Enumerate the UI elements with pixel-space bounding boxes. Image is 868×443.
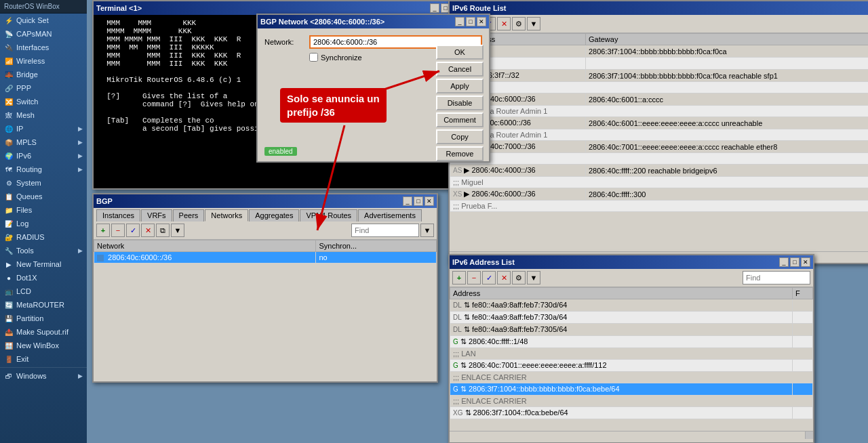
ipv6-addr-maximize-btn[interactable]: □ [790, 257, 800, 267]
addr-h-scrollbar-track[interactable] [450, 431, 805, 439]
table-row[interactable]: G ⇅ 2806:40c:ffff::1/48 [450, 336, 813, 348]
sidebar-item-routing[interactable]: 🗺 Routing ▶ [0, 163, 87, 176]
tab-aggregates[interactable]: Aggregates [249, 209, 299, 222]
sidebar-item-files[interactable]: 📁 Files [0, 203, 87, 217]
sidebar-item-interfaces[interactable]: 🔌 Interfaces [0, 41, 87, 54]
sidebar-item-supout[interactable]: 📤 Make Supout.rif [0, 325, 87, 339]
sidebar-item-label: IP [16, 125, 23, 133]
ipv6-addr-search-input[interactable] [743, 271, 810, 284]
bgp-net-maximize-btn[interactable]: □ [466, 17, 475, 26]
cell-comment: ;;; ENLACE CARRIER [450, 396, 813, 407]
table-row[interactable]: DAb ▶ ::/0 [450, 58, 869, 70]
sidebar-item-quickset[interactable]: ⚡ Quick Set [0, 14, 87, 27]
bgp-copy-btn[interactable]: ⧉ [156, 224, 170, 237]
ok-button[interactable]: OK [436, 45, 484, 60]
table-row[interactable]: XS ▶ ::/0 2806:3f7:1004::bbbb:bbbb:bbbb:… [450, 45, 869, 58]
bgp-check-btn[interactable]: ✓ [126, 224, 140, 237]
sidebar-item-mesh[interactable]: 🕸 Mesh [0, 108, 87, 122]
sidebar-item-capsman[interactable]: 📡 CAPsMAN [0, 27, 87, 41]
supout-icon: 📤 [4, 327, 14, 337]
sidebar-item-ipv6[interactable]: 🌍 IPv6 ▶ [0, 149, 87, 163]
table-row[interactable]: 2806:40c:6000::/36 no [94, 252, 437, 263]
tab-instances[interactable]: Instances [96, 209, 140, 222]
table-row[interactable]: DL ⇅ fe80::4aa9:8aff:feb7:730a/64 [450, 312, 813, 324]
bgp-maximize-btn[interactable]: □ [414, 196, 423, 206]
terminal-minimize-btn[interactable]: _ [430, 3, 439, 13]
apply-button[interactable]: Apply [436, 79, 484, 93]
sidebar-item-dot1x[interactable]: ● Dot1X [0, 271, 87, 284]
sidebar-item-switch[interactable]: 🔀 Switch [0, 95, 87, 108]
row-icon [97, 255, 104, 261]
cancel-button[interactable]: Cancel [436, 62, 484, 77]
sidebar-item-partition[interactable]: 💾 Partition [0, 312, 87, 325]
sidebar-item-radius[interactable]: 🔐 RADIUS [0, 230, 87, 244]
bgp-minimize-btn[interactable]: _ [403, 196, 412, 206]
copy-button[interactable]: Copy [436, 129, 484, 144]
ipv6-addr-remove-btn[interactable]: − [467, 271, 481, 284]
bgp-remove-btn[interactable]: − [111, 224, 125, 237]
tab-advertisements[interactable]: Advertisements [358, 209, 422, 222]
sidebar-item-wireless[interactable]: 📶 Wireless [0, 54, 87, 68]
sidebar-item-queues[interactable]: 📋 Queues [0, 190, 87, 203]
ipv6-route-x-btn[interactable]: ✕ [497, 17, 511, 30]
tab-vpn4routes[interactable]: VPN4 Routes [300, 209, 357, 222]
ipv6-addr-scrollbar[interactable] [450, 431, 813, 439]
sidebar-item-system[interactable]: ⚙ System [0, 176, 87, 190]
ipv6-addr-titlebar: IPv6 Address List _ □ ✕ [450, 255, 813, 269]
ipv6-addr-minimize-btn[interactable]: _ [779, 257, 789, 267]
sidebar-item-tools[interactable]: 🔧 Tools ▶ [0, 244, 87, 257]
remove-button[interactable]: Remove [436, 146, 484, 161]
table-row[interactable]: AS ▶ 2806:40c:6000::/36 2806:40c:6001::a… [450, 93, 869, 106]
table-row[interactable]: DAb ▶ 2806:3f7::/32 2806:3f7:1004::bbbb:… [450, 70, 869, 82]
sidebar-item-ppp[interactable]: 🔗 PPP [0, 81, 87, 95]
sidebar-item-log[interactable]: 📝 Log [0, 217, 87, 230]
sidebar-item-bridge[interactable]: 🌉 Bridge [0, 68, 87, 81]
sidebar-item-new-winbox[interactable]: 🪟 New WinBox [0, 339, 87, 352]
cell-addr: XG ⇅ 2806:3f7:1004::f0ca:bebe/64 [450, 407, 793, 419]
bgp-add-btn[interactable]: + [96, 224, 110, 237]
table-row[interactable]: G ⇅ 2806:40c:7001::eeee:eeee:eeee:a:ffff… [450, 360, 813, 372]
ipv6-route-filter-btn[interactable]: ▼ [527, 17, 540, 30]
bgp-filter-btn[interactable]: ▼ [171, 224, 184, 237]
table-row[interactable]: S ▶ 2806:40c:6000::/36 2806:40c:6001::ee… [450, 117, 869, 129]
bgp-search-btn[interactable]: ▼ [420, 224, 434, 237]
table-row[interactable]: AS ▶ 2806:40c:4000::/36 2806:40c:ffff::2… [450, 165, 869, 177]
windows-arrow: ▶ [78, 373, 83, 379]
table-row[interactable]: XG ⇅ 2806:3f7:1004::f0ca:bebe/64 [450, 407, 813, 419]
sidebar-item-mpls[interactable]: 📦 MPLS ▶ [0, 135, 87, 149]
bgp-search-input[interactable] [351, 224, 419, 237]
ipv6-addr-x-btn[interactable]: ✕ [497, 271, 511, 284]
synchronize-checkbox[interactable] [309, 53, 318, 62]
table-row[interactable]: AS ▶ 2806:40c:7000::/36 2806:40c:7001::e… [450, 141, 869, 153]
sidebar-item-metarouter[interactable]: 🔄 MetaROUTER [0, 298, 87, 312]
comment-button[interactable]: Comment [436, 112, 484, 127]
bgp-net-minimize-btn[interactable]: _ [455, 17, 465, 26]
ipv6-addr-add-btn[interactable]: + [452, 271, 466, 284]
sidebar-item-windows[interactable]: 🗗 Windows ▶ [0, 369, 87, 383]
table-row[interactable]: DL ⇅ fe80::4aa9:8aff:feb7:730d/64 [450, 299, 813, 312]
ipv6-addr-settings-btn[interactable]: ⚙ [512, 271, 526, 284]
routing-arrow: ▶ [78, 166, 83, 173]
ipv6-addr-check-btn[interactable]: ✓ [482, 271, 496, 284]
ipv6-addr-close-btn[interactable]: ✕ [801, 257, 810, 267]
tab-vrfs[interactable]: VRFs [141, 209, 172, 222]
switch-icon: 🔀 [4, 97, 14, 106]
disable-button[interactable]: Disable [436, 96, 484, 110]
tab-peers[interactable]: Peers [173, 209, 205, 222]
ipv6-addr-filter-btn[interactable]: ▼ [527, 271, 540, 284]
sidebar-item-new-terminal[interactable]: ▶ New Terminal [0, 257, 87, 271]
cell-addr: G ⇅ 2806:40c:7001::eeee:eeee:eeee:a:ffff… [450, 360, 793, 372]
sidebar-item-lcd[interactable]: 📺 LCD [0, 284, 87, 298]
tab-networks[interactable]: Networks [205, 209, 248, 222]
table-row[interactable]: G ⇅ 2806:3f7:1004::bbbb:bbbb:bbbb:f0ca:b… [450, 383, 813, 396]
sidebar-item-ip[interactable]: 🌐 IP ▶ [0, 122, 87, 135]
table-row[interactable]: XS ▶ 2806:40c:6000::/36 2806:40c:ffff::3… [450, 188, 869, 201]
sidebar-item-label: System [16, 179, 41, 187]
ipv6-route-settings-btn[interactable]: ⚙ [512, 17, 526, 30]
bgp-x-btn[interactable]: ✕ [141, 224, 155, 237]
bgp-close-btn[interactable]: ✕ [425, 196, 434, 206]
cell-comment: ;;; Ruta para Router Admin 1 [450, 129, 869, 141]
table-row[interactable]: DL ⇅ fe80::4aa9:8aff:feb7:7305/64 [450, 324, 813, 336]
sidebar-item-exit[interactable]: 🚪 Exit [0, 352, 87, 366]
bgp-net-close-btn[interactable]: ✕ [477, 17, 486, 26]
